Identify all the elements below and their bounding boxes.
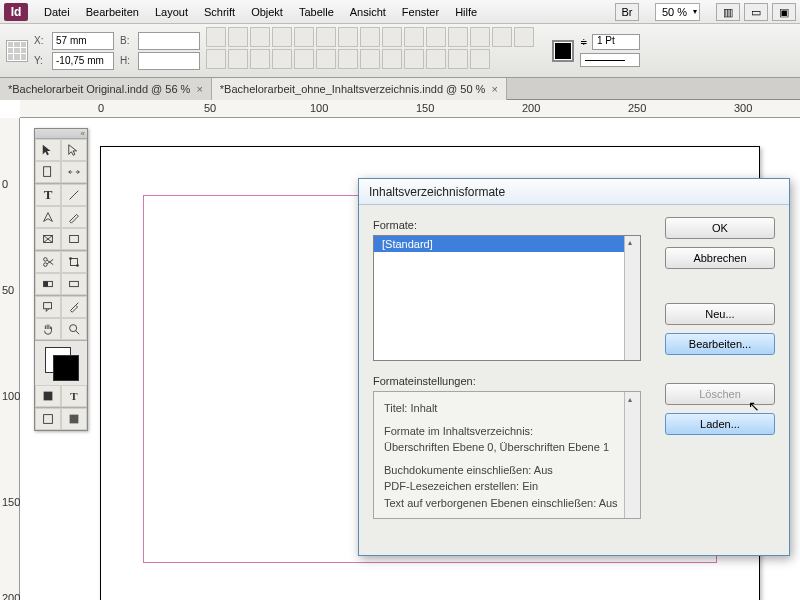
ctrl-icon[interactable]	[228, 49, 248, 69]
reference-point[interactable]	[6, 40, 28, 62]
scrollbar[interactable]	[624, 392, 640, 518]
ctrl-icon[interactable]	[272, 27, 292, 47]
edit-button[interactable]: Bearbeiten...	[665, 333, 775, 355]
ctrl-icon[interactable]	[338, 27, 358, 47]
note-tool[interactable]	[35, 296, 61, 318]
ctrl-icon[interactable]	[448, 49, 468, 69]
menu-edit[interactable]: Bearbeiten	[78, 0, 147, 24]
toc-formats-dialog: Inhaltsverzeichnisformate Formate: [Stan…	[358, 178, 790, 556]
gradient-feather-tool[interactable]	[61, 273, 87, 295]
bridge-button[interactable]: Br	[615, 3, 639, 21]
ctrl-icon[interactable]	[316, 27, 336, 47]
x-input[interactable]	[52, 32, 114, 50]
ctrl-icon[interactable]	[272, 49, 292, 69]
view-mode-button-3[interactable]: ▣	[772, 3, 796, 21]
svg-point-17	[70, 325, 77, 332]
zoom-tool[interactable]	[61, 318, 87, 340]
free-transform-tool[interactable]	[61, 251, 87, 273]
gradient-tool[interactable]	[35, 273, 61, 295]
new-button[interactable]: Neu...	[665, 303, 775, 325]
ctrl-icon[interactable]	[250, 49, 270, 69]
menu-file[interactable]: Datei	[36, 0, 78, 24]
ctrl-icon[interactable]	[294, 49, 314, 69]
stroke-weight-input[interactable]: 1 Pt	[592, 34, 640, 50]
view-mode-normal[interactable]	[35, 408, 61, 430]
ctrl-icon[interactable]	[294, 27, 314, 47]
load-button[interactable]: Laden...	[665, 413, 775, 435]
w-input[interactable]	[138, 32, 200, 50]
menu-layout[interactable]: Layout	[147, 0, 196, 24]
ctrl-icon[interactable]	[448, 27, 468, 47]
format-text-icon[interactable]: T	[61, 385, 87, 407]
h-label: H:	[120, 55, 134, 66]
rectangle-frame-tool[interactable]	[35, 228, 61, 250]
stroke-arrow-icon: ≑	[580, 37, 588, 47]
close-icon[interactable]: ×	[196, 83, 202, 95]
svg-point-12	[76, 264, 79, 267]
pencil-tool[interactable]	[61, 206, 87, 228]
direct-selection-tool[interactable]	[61, 139, 87, 161]
ctrl-icon[interactable]	[470, 49, 490, 69]
ctrl-icon[interactable]	[426, 27, 446, 47]
selection-tool[interactable]	[35, 139, 61, 161]
ctrl-icon[interactable]	[338, 49, 358, 69]
settings-text: Überschriften Ebene 0, Überschriften Ebe…	[384, 439, 630, 456]
menu-help[interactable]: Hilfe	[447, 0, 485, 24]
ctrl-icon[interactable]	[360, 27, 380, 47]
menu-view[interactable]: Ansicht	[342, 0, 394, 24]
ctrl-icon[interactable]	[404, 49, 424, 69]
ctrl-icon[interactable]	[382, 27, 402, 47]
ctrl-icon[interactable]	[316, 49, 336, 69]
menu-type[interactable]: Schrift	[196, 0, 243, 24]
view-mode-button-1[interactable]: ▥	[716, 3, 740, 21]
menu-bar: Id Datei Bearbeiten Layout Schrift Objek…	[0, 0, 800, 24]
line-tool[interactable]	[61, 184, 87, 206]
menu-window[interactable]: Fenster	[394, 0, 447, 24]
zoom-dropdown[interactable]: 50 %	[655, 3, 700, 21]
ctrl-icon[interactable]	[404, 27, 424, 47]
ctrl-icon[interactable]	[426, 49, 446, 69]
eyedropper-tool[interactable]	[61, 296, 87, 318]
view-mode-button-2[interactable]: ▭	[744, 3, 768, 21]
ctrl-icon[interactable]	[206, 27, 226, 47]
close-icon[interactable]: ×	[491, 83, 497, 95]
ctrl-icon[interactable]	[360, 49, 380, 69]
svg-rect-14	[44, 281, 48, 286]
cancel-button[interactable]: Abbrechen	[665, 247, 775, 269]
fill-swatch[interactable]	[552, 40, 574, 62]
document-tab[interactable]: *Bachelorarbeit Original.indd @ 56 % ×	[0, 78, 212, 100]
svg-point-6	[44, 263, 48, 267]
y-input[interactable]	[52, 52, 114, 70]
page-tool[interactable]	[35, 161, 61, 183]
menu-table[interactable]: Tabelle	[291, 0, 342, 24]
ctrl-icon[interactable]	[206, 49, 226, 69]
ruler-vertical: 0 50 100 150 200	[0, 118, 20, 600]
svg-point-7	[44, 258, 48, 262]
ctrl-icon[interactable]	[514, 27, 534, 47]
rectangle-tool[interactable]	[61, 228, 87, 250]
menu-object[interactable]: Objekt	[243, 0, 291, 24]
ok-button[interactable]: OK	[665, 217, 775, 239]
h-input[interactable]	[138, 52, 200, 70]
scrollbar[interactable]	[624, 236, 640, 360]
ctrl-icon[interactable]	[250, 27, 270, 47]
list-item[interactable]: [Standard]	[374, 236, 640, 252]
ctrl-icon[interactable]	[492, 27, 512, 47]
hand-tool[interactable]	[35, 318, 61, 340]
view-mode-preview[interactable]	[61, 408, 87, 430]
delete-button[interactable]: Löschen	[665, 383, 775, 405]
document-tab[interactable]: *Bachelorarbeit_ohne_Inhaltsverzeichnis.…	[212, 78, 507, 100]
document-tabs: *Bachelorarbeit Original.indd @ 56 % × *…	[0, 78, 800, 100]
formats-listbox[interactable]: [Standard]	[373, 235, 641, 361]
scissors-tool[interactable]	[35, 251, 61, 273]
stroke-style-dropdown[interactable]	[580, 53, 640, 67]
format-container-icon[interactable]	[35, 385, 61, 407]
gap-tool[interactable]	[61, 161, 87, 183]
fill-stroke-swatch[interactable]	[35, 341, 87, 385]
ctrl-icon[interactable]	[228, 27, 248, 47]
ctrl-icon[interactable]	[470, 27, 490, 47]
type-tool[interactable]: T	[35, 184, 61, 206]
panel-collapse-icon[interactable]: «	[35, 129, 87, 139]
ctrl-icon[interactable]	[382, 49, 402, 69]
pen-tool[interactable]	[35, 206, 61, 228]
